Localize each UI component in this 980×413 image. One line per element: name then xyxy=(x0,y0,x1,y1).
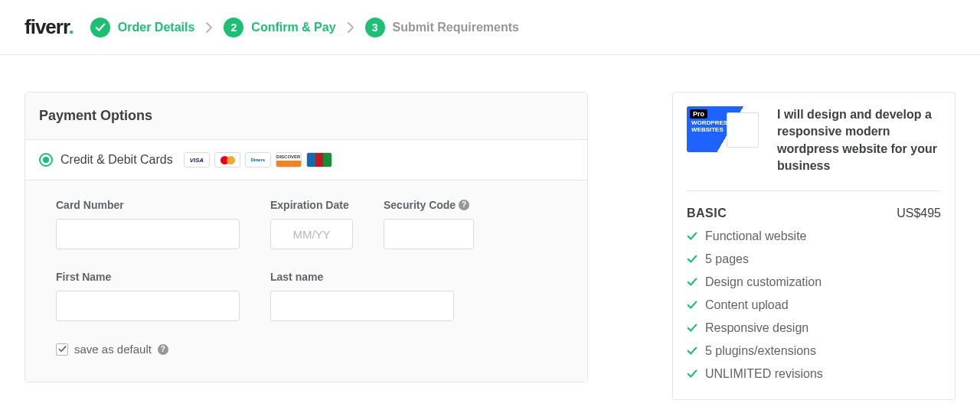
card-number-label: Card Number xyxy=(56,199,240,211)
check-icon xyxy=(687,231,697,242)
first-name-field: First Name xyxy=(56,271,240,321)
check-icon xyxy=(687,346,697,356)
feature-text: 5 plugins/extensions xyxy=(705,344,816,358)
security-code-input[interactable] xyxy=(384,219,474,249)
check-icon xyxy=(687,300,697,311)
feature-list: Functional website 5 pages Design custom… xyxy=(687,229,941,385)
chevron-right-icon xyxy=(347,22,354,33)
pro-badge: Pro xyxy=(690,109,707,119)
feature-item: 5 pages xyxy=(687,252,941,266)
feature-item: UNLIMITED revisions xyxy=(687,367,941,381)
step-submit-requirements: 3 Submit Requirements xyxy=(365,18,519,37)
step-order-details[interactable]: Order Details xyxy=(90,18,194,37)
payment-method-credit-card[interactable]: Credit & Debit Cards VISA Diners DISCOVE… xyxy=(25,140,587,180)
first-name-label: First Name xyxy=(56,271,240,283)
save-default-label: save as default xyxy=(74,343,152,356)
tier-name: BASIC xyxy=(687,206,727,220)
help-icon[interactable]: ? xyxy=(459,200,469,210)
fiverr-logo[interactable]: fiverr. xyxy=(24,15,74,39)
gig-thumbnail[interactable]: Pro WORDPRESS WEBSITES xyxy=(687,106,763,152)
step-number-icon: 3 xyxy=(365,18,385,37)
check-icon xyxy=(687,369,697,379)
payment-options-panel: Payment Options Credit & Debit Cards VIS… xyxy=(24,92,588,382)
feature-text: Design customization xyxy=(705,275,822,289)
order-summary-panel: Pro WORDPRESS WEBSITES I will design and… xyxy=(672,92,956,400)
security-code-label-text: Security Code xyxy=(384,199,456,211)
expiration-field: Expiration Date xyxy=(270,199,353,249)
help-icon[interactable]: ? xyxy=(158,344,168,355)
security-code-label: Security Code ? xyxy=(384,199,474,211)
checkbox-checked-icon[interactable] xyxy=(56,343,68,356)
first-name-input[interactable] xyxy=(56,291,240,321)
feature-text: UNLIMITED revisions xyxy=(705,367,823,381)
tier-row: BASIC US$495 xyxy=(687,191,941,229)
feature-text: Responsive design xyxy=(705,321,808,335)
expiration-input[interactable] xyxy=(270,219,353,249)
check-icon xyxy=(90,18,110,37)
feature-item: Functional website xyxy=(687,229,941,243)
logo-text: fiverr xyxy=(24,15,69,38)
feature-text: Content upload xyxy=(705,298,789,312)
feature-item: Content upload xyxy=(687,298,941,312)
card-form: Card Number Expiration Date Security Cod… xyxy=(25,180,587,382)
last-name-input[interactable] xyxy=(270,291,454,321)
card-number-input[interactable] xyxy=(56,219,240,249)
jcb-icon xyxy=(306,152,332,167)
check-icon xyxy=(687,277,697,288)
step-number-icon: 2 xyxy=(224,18,243,37)
last-name-field: Last name xyxy=(270,271,454,321)
panel-heading: Payment Options xyxy=(25,93,587,140)
diners-icon: Diners xyxy=(245,152,271,167)
check-icon xyxy=(687,254,697,265)
payment-method-label: Credit & Debit Cards xyxy=(60,153,173,167)
tier-price: US$495 xyxy=(897,206,941,220)
checkout-steps: Order Details 2 Confirm & Pay 3 Submit R… xyxy=(90,18,519,37)
visa-icon: VISA xyxy=(184,152,210,167)
feature-item: Design customization xyxy=(687,275,941,289)
radio-selected-icon[interactable] xyxy=(39,153,53,167)
feature-text: Functional website xyxy=(705,229,807,243)
feature-item: Responsive design xyxy=(687,321,941,335)
feature-text: 5 pages xyxy=(705,252,749,266)
card-brand-icons: VISA Diners DISCOVER xyxy=(184,152,332,167)
chevron-right-icon xyxy=(205,22,213,33)
summary-header: Pro WORDPRESS WEBSITES I will design and… xyxy=(687,106,941,191)
gig-title[interactable]: I will design and develop a responsive m… xyxy=(777,106,941,175)
card-number-field: Card Number xyxy=(56,199,240,249)
discover-icon: DISCOVER xyxy=(276,152,302,167)
logo-dot: . xyxy=(69,15,74,38)
step-confirm-pay[interactable]: 2 Confirm & Pay xyxy=(224,18,335,37)
expiration-label: Expiration Date xyxy=(270,199,353,211)
checkout-main: Payment Options Credit & Debit Cards VIS… xyxy=(0,55,980,400)
last-name-label: Last name xyxy=(270,271,454,283)
security-code-field: Security Code ? xyxy=(384,199,474,249)
checkout-header: fiverr. Order Details 2 Confirm & Pay 3 … xyxy=(0,0,980,55)
save-default-row[interactable]: save as default ? xyxy=(56,343,557,356)
step-label: Submit Requirements xyxy=(393,21,519,34)
thumb-text: WORDPRESS WEBSITES xyxy=(691,120,763,134)
mastercard-icon xyxy=(214,152,240,167)
check-icon xyxy=(687,323,697,333)
feature-item: 5 plugins/extensions xyxy=(687,344,941,358)
step-label: Confirm & Pay xyxy=(251,21,335,34)
step-label: Order Details xyxy=(118,21,194,34)
